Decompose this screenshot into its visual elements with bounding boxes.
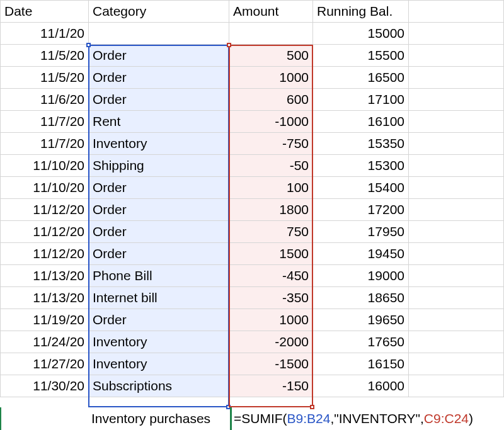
cell-date[interactable]: 11/10/20: [1, 177, 89, 199]
cell-empty[interactable]: [409, 111, 504, 133]
cell-empty[interactable]: [409, 89, 504, 111]
cell-balance[interactable]: 17650: [313, 331, 409, 353]
formula-range-2: C9:C24: [424, 411, 469, 426]
cell-balance[interactable]: 17100: [313, 89, 409, 111]
cell-date[interactable]: 11/19/20: [1, 309, 89, 331]
cell-empty[interactable]: [409, 265, 504, 287]
cell-balance[interactable]: 16100: [313, 111, 409, 133]
formula-range-1: B9:B24: [287, 411, 331, 426]
cell-empty[interactable]: [409, 309, 504, 331]
cell-empty[interactable]: [409, 221, 504, 243]
cell-empty[interactable]: [409, 353, 504, 375]
cell-date[interactable]: 11/12/20: [1, 199, 89, 221]
cell-empty[interactable]: [409, 23, 504, 45]
formula-text: ,"INVENTORY",: [330, 411, 423, 426]
cell-date[interactable]: 11/27/20: [1, 353, 89, 375]
cell-balance[interactable]: 15500: [313, 45, 409, 67]
formula-label[interactable]: Inventory purchases: [89, 407, 213, 430]
cell-empty[interactable]: [409, 243, 504, 265]
cell-date[interactable]: 11/12/20: [1, 221, 89, 243]
cell-category[interactable]: [89, 23, 229, 45]
formula-text: ): [469, 411, 473, 426]
spreadsheet[interactable]: Date Category Amount Running Bal. 11/1/2…: [0, 0, 504, 430]
cell-balance[interactable]: 18650: [313, 287, 409, 309]
cell-date[interactable]: 11/13/20: [1, 265, 89, 287]
cell-empty[interactable]: [409, 67, 504, 89]
cell-date[interactable]: 11/5/20: [1, 45, 89, 67]
cell-balance[interactable]: 15400: [313, 177, 409, 199]
cell-balance[interactable]: 15350: [313, 133, 409, 155]
range-handle[interactable]: [227, 43, 231, 47]
cell-date[interactable]: 11/6/20: [1, 89, 89, 111]
formula-input[interactable]: =SUMIF(B9:B24,"INVENTORY",C9:C24): [230, 407, 473, 430]
cell-empty[interactable]: [409, 331, 504, 353]
range-handle[interactable]: [86, 43, 91, 47]
cell-date[interactable]: 11/30/20: [1, 375, 89, 397]
cell-balance[interactable]: 16500: [313, 67, 409, 89]
cell-empty[interactable]: [409, 199, 504, 221]
cell-date[interactable]: 11/7/20: [1, 133, 89, 155]
table-row: 11/1/2015000: [1, 23, 504, 45]
header-row: Date Category Amount Running Bal.: [1, 1, 504, 23]
header-date[interactable]: Date: [1, 1, 89, 23]
formula-text: =SUMIF(: [234, 411, 287, 426]
cell-date[interactable]: 11/10/20: [1, 155, 89, 177]
cell-balance[interactable]: 16150: [313, 353, 409, 375]
cell-date[interactable]: 11/5/20: [1, 67, 89, 89]
cell-date[interactable]: 11/13/20: [1, 287, 89, 309]
header-amount[interactable]: Amount: [229, 1, 313, 23]
cell-balance[interactable]: 17200: [313, 199, 409, 221]
range-highlight-criteria: [88, 45, 229, 407]
cell-empty[interactable]: [409, 133, 504, 155]
cell-balance[interactable]: 19450: [313, 243, 409, 265]
cell-balance[interactable]: 19650: [313, 309, 409, 331]
cell-date[interactable]: 11/24/20: [1, 331, 89, 353]
cell-empty[interactable]: [409, 45, 504, 67]
cell-date[interactable]: 11/12/20: [1, 243, 89, 265]
cell-balance[interactable]: 17950: [313, 221, 409, 243]
header-category[interactable]: Category: [89, 1, 229, 23]
cell-empty[interactable]: [409, 1, 504, 23]
cell-empty[interactable]: [409, 375, 504, 397]
cell-balance[interactable]: 15000: [313, 23, 409, 45]
cell-balance[interactable]: 16000: [313, 375, 409, 397]
cell-empty[interactable]: [409, 177, 504, 199]
cell-date[interactable]: 11/7/20: [1, 111, 89, 133]
cell-balance[interactable]: 15300: [313, 155, 409, 177]
cell-empty[interactable]: [409, 287, 504, 309]
cell-balance[interactable]: 19000: [313, 265, 409, 287]
cell-empty[interactable]: [409, 155, 504, 177]
active-row-indicator: [0, 407, 1, 430]
header-balance[interactable]: Running Bal.: [313, 1, 409, 23]
range-highlight-sum: [229, 45, 313, 407]
cell-amount[interactable]: [229, 23, 313, 45]
cell-date[interactable]: 11/1/20: [1, 23, 89, 45]
